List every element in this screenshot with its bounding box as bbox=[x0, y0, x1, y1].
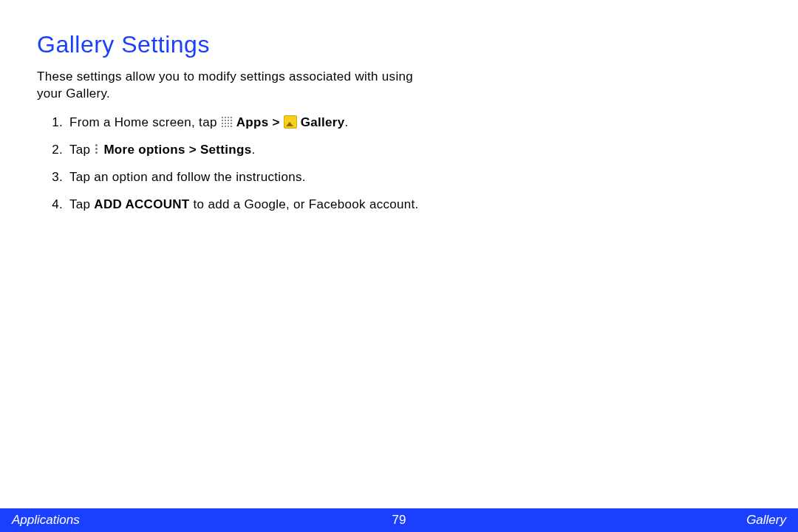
step-2-post: . bbox=[251, 143, 255, 157]
footer-page-number: 79 bbox=[392, 513, 406, 528]
intro-paragraph: These settings allow you to modify setti… bbox=[37, 69, 421, 103]
page: Gallery Settings These settings allow yo… bbox=[0, 0, 798, 532]
apps-label: Apps bbox=[236, 115, 269, 129]
footer-section-label: Applications bbox=[12, 513, 80, 528]
step-4-pre: Tap bbox=[69, 197, 94, 211]
step-4-post: to add a Google, or Facebook account. bbox=[190, 197, 419, 211]
more-options-label: More options > Settings bbox=[103, 143, 251, 157]
apps-grid-icon bbox=[221, 116, 233, 128]
step-3: Tap an option and follow the instruction… bbox=[66, 169, 421, 186]
step-1-post: . bbox=[344, 115, 348, 129]
step-2: Tap More options > Settings. bbox=[66, 142, 421, 159]
step-1-text-pre: From a Home screen, tap bbox=[69, 115, 221, 129]
steps-list: From a Home screen, tap Apps > Gallery. … bbox=[37, 115, 421, 214]
footer-topic-label: Gallery bbox=[746, 513, 786, 528]
more-options-icon bbox=[94, 143, 100, 155]
gt-1: > bbox=[268, 115, 283, 129]
page-title: Gallery Settings bbox=[37, 31, 421, 58]
gallery-label: Gallery bbox=[301, 115, 345, 129]
step-1: From a Home screen, tap Apps > Gallery. bbox=[66, 115, 421, 132]
step-4: Tap ADD ACCOUNT to add a Google, or Face… bbox=[66, 197, 421, 214]
step-2-pre: Tap bbox=[69, 143, 94, 157]
add-account-label: ADD ACCOUNT bbox=[94, 197, 189, 211]
content-column: Gallery Settings These settings allow yo… bbox=[0, 0, 458, 214]
gallery-icon bbox=[284, 115, 297, 129]
footer-bar: Applications 79 Gallery bbox=[0, 508, 798, 532]
